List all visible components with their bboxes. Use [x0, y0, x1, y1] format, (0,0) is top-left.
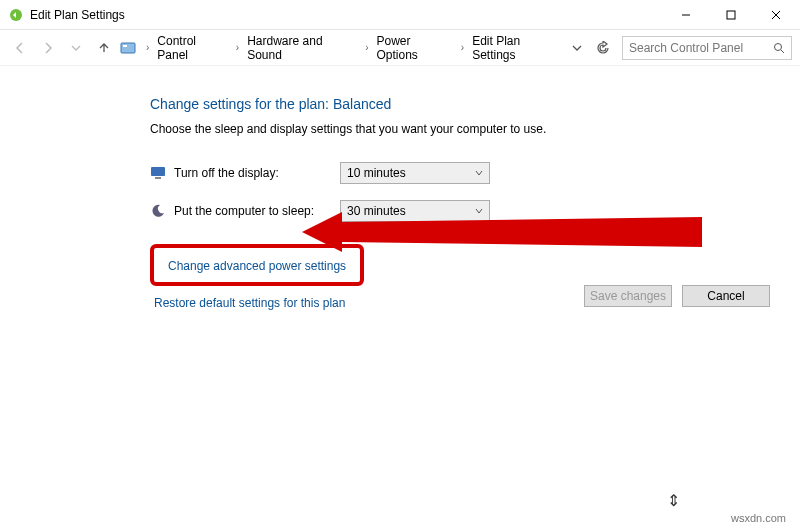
- breadcrumb-item[interactable]: Hardware and Sound: [243, 32, 361, 64]
- breadcrumb-item[interactable]: Control Panel: [153, 32, 232, 64]
- back-button[interactable]: [8, 36, 32, 60]
- chevron-down-icon: [475, 169, 483, 177]
- breadcrumb-item[interactable]: Power Options: [373, 32, 457, 64]
- main-content: Change settings for the plan: Balanced C…: [0, 66, 800, 310]
- svg-rect-6: [123, 45, 127, 47]
- app-icon: [8, 7, 24, 23]
- search-input[interactable]: Search Control Panel: [622, 36, 792, 60]
- svg-line-8: [781, 50, 784, 53]
- display-off-dropdown[interactable]: 10 minutes: [340, 162, 490, 184]
- chevron-right-icon: ›: [234, 42, 241, 53]
- search-placeholder: Search Control Panel: [629, 41, 743, 55]
- svg-point-7: [775, 43, 782, 50]
- display-icon: [150, 165, 166, 181]
- svg-marker-11: [302, 212, 702, 252]
- window-controls: [663, 0, 798, 29]
- control-panel-icon: [120, 40, 136, 56]
- svg-rect-10: [155, 177, 161, 179]
- recent-dropdown-button[interactable]: [64, 36, 88, 60]
- window-title: Edit Plan Settings: [30, 8, 663, 22]
- svg-rect-2: [727, 11, 735, 19]
- minimize-button[interactable]: [663, 0, 708, 29]
- titlebar: Edit Plan Settings: [0, 0, 800, 30]
- nav-row: › Control Panel › Hardware and Sound › P…: [0, 30, 800, 66]
- moon-icon: [150, 203, 166, 219]
- setting-row-display: Turn off the display: 10 minutes: [150, 162, 800, 184]
- page-subtext: Choose the sleep and display settings th…: [150, 122, 800, 136]
- chevron-down-icon[interactable]: [570, 41, 584, 55]
- display-off-label: Turn off the display:: [174, 166, 279, 180]
- sleep-label: Put the computer to sleep:: [174, 204, 314, 218]
- page-heading: Change settings for the plan: Balanced: [150, 96, 800, 112]
- chevron-right-icon: ›: [144, 42, 151, 53]
- chevron-right-icon: ›: [363, 42, 370, 53]
- footer-buttons: Save changes Cancel: [584, 285, 770, 307]
- up-button[interactable]: [92, 36, 116, 60]
- resize-cursor-icon: ⇕: [667, 491, 680, 510]
- save-button[interactable]: Save changes: [584, 285, 672, 307]
- advanced-power-link[interactable]: Change advanced power settings: [168, 259, 346, 273]
- cancel-button[interactable]: Cancel: [682, 285, 770, 307]
- refresh-icon[interactable]: [596, 41, 610, 55]
- breadcrumb: › Control Panel › Hardware and Sound › P…: [140, 32, 618, 64]
- svg-rect-9: [151, 167, 165, 176]
- search-icon: [773, 42, 785, 54]
- breadcrumb-item[interactable]: Edit Plan Settings: [468, 32, 568, 64]
- chevron-right-icon: ›: [459, 42, 466, 53]
- annotation-arrow: [302, 207, 702, 257]
- close-button[interactable]: [753, 0, 798, 29]
- watermark: wsxdn.com: [731, 512, 786, 524]
- svg-rect-5: [121, 43, 135, 53]
- maximize-button[interactable]: [708, 0, 753, 29]
- display-off-value: 10 minutes: [347, 166, 406, 180]
- forward-button[interactable]: [36, 36, 60, 60]
